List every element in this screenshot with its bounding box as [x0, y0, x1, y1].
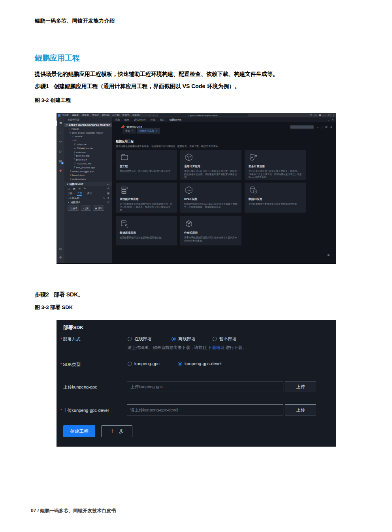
tree-item[interactable]: ›.vscode	[64, 127, 112, 131]
hamburger-menu-icon[interactable]: ≡	[330, 126, 332, 128]
devkit-tab-debug[interactable]: 调试	[87, 191, 92, 196]
feedback-icon[interactable]: ▣	[327, 253, 330, 257]
tree-item[interactable]: Cproject1.h	[64, 158, 112, 162]
explorer-icon[interactable]: ⧉	[57, 121, 64, 126]
grid-icon[interactable]: ▦	[107, 191, 109, 196]
layout-panel-icon[interactable]: ◫	[310, 113, 312, 117]
upload-gpc-devel-button[interactable]: 上传	[285, 404, 316, 415]
account-icon[interactable]: ◎	[57, 246, 64, 252]
panel-tab-terminal[interactable]: 终端	[151, 117, 155, 122]
create-project-button[interactable]: 创建工程	[63, 425, 95, 437]
panel-tab-ports[interactable]: 端口	[160, 117, 165, 122]
tree-item[interactable]: ⓘREADME.md	[64, 162, 112, 166]
project-card-compression[interactable]: 数据压缩应用 使用鲲鹏压缩算法加速提升数据压缩性能。	[116, 216, 177, 245]
run-debug-icon[interactable]: ▷	[57, 149, 64, 155]
source-control-icon[interactable]: ⌥	[57, 140, 64, 145]
devkit-panel-header[interactable]: ∨ 鲲鹏DEVKIT···	[64, 182, 112, 186]
settings-gear-icon[interactable]: ⚙	[107, 196, 109, 200]
menu-file[interactable]: 文件(F)	[62, 113, 69, 117]
more-actions-icon[interactable]: ···	[107, 182, 109, 186]
radio-kunpeng-gpc[interactable]: kunpeng-gpc	[128, 361, 160, 366]
window-icon[interactable]: ▦	[73, 186, 75, 191]
project-card-general-compute[interactable]: 通用计算应用 通用计算应用工程适用于计算场景应用开发，帮助您搭建快速加速应用，模…	[180, 150, 241, 180]
minimize-icon[interactable]: —	[324, 113, 326, 117]
menu-selection[interactable]: 选择(S)	[82, 113, 89, 117]
menu-terminal[interactable]: 终端(T)	[122, 113, 130, 117]
devkit-item-project[interactable]: › 应用工程 ↻⚙	[64, 196, 112, 200]
add-icon[interactable]: ⊕	[79, 186, 81, 191]
close-icon[interactable]: ×	[132, 128, 133, 134]
download-link[interactable]: 下载地址	[208, 345, 224, 350]
radio-kunpeng-gpc-devel[interactable]: kunpeng-gpc-devel	[178, 361, 222, 366]
close-icon[interactable]: ×	[333, 113, 334, 117]
tree-item[interactable]: {}launch.json	[64, 173, 112, 177]
command-search-box[interactable]: ⌕ gtest-cmake-example-master	[157, 114, 248, 117]
form-title: 部署SDK	[63, 324, 83, 331]
more-actions-icon[interactable]: ···	[107, 117, 109, 122]
caret-down-icon[interactable]: ⌄	[317, 126, 319, 129]
devkit-tab-migrate[interactable]: 迁移	[68, 191, 72, 196]
menu-view[interactable]: 查看(V)	[92, 113, 99, 117]
radio-no-deploy[interactable]: 暂不部署	[213, 336, 237, 342]
project-card-hpc[interactable]: 高性能计算应用 基于鲲鹏加速通信库和数学库等基础加速算法包，处理大规模并行计算任…	[116, 183, 177, 213]
kunpeng-devkit-icon[interactable]: ◆	[57, 168, 64, 174]
settings-gear-icon[interactable]: ⚙	[325, 126, 328, 129]
refresh-icon[interactable]: ↻	[103, 196, 105, 200]
project-card-distributed[interactable]: 分布式应用 基于海量数据使用场景实现节省存储成本并提供多种Demo供参考体验。	[180, 216, 241, 245]
panel-tab-problems[interactable]: 问题	[115, 117, 120, 122]
menu-edit[interactable]: 编辑(E)	[72, 113, 79, 117]
radio-label: kunpeng-gpc-devel	[185, 361, 222, 366]
compile-button[interactable]: ▢编译	[68, 206, 79, 211]
refresh-icon[interactable]: ↻	[84, 186, 86, 191]
settings-gear-icon[interactable]: ⚙	[107, 186, 109, 191]
caret-down-icon[interactable]: ⌄	[328, 117, 330, 122]
run-button[interactable]: ◔运行	[81, 206, 91, 211]
panel-tab-devkit[interactable]: 鲲鹏DevKit	[170, 117, 181, 122]
tab-home[interactable]: 首页×	[122, 128, 136, 134]
tree-item[interactable]: Cmain.cpp	[64, 150, 112, 154]
tree-item[interactable]: ⊘.gitignore	[64, 142, 112, 146]
settings-gear-icon[interactable]: ⚙	[107, 200, 109, 204]
debug-button[interactable]: ▣调试	[93, 206, 104, 211]
panel-tab-output[interactable]: 输出	[124, 117, 129, 122]
required-asterisk: *	[60, 408, 62, 413]
upload-gpc-devel-input[interactable]	[127, 404, 283, 415]
radio-offline-deploy[interactable]: 离线部署	[172, 336, 196, 342]
shield-check-icon	[249, 153, 258, 162]
sdk-form-screenshot: 部署SDK *部署方式 在线部署 离线部署 暂不部署 请上传SDK。如果当前您尚…	[57, 320, 336, 447]
upload-gpc-button[interactable]: 上传	[285, 381, 316, 392]
layout-grid-icon[interactable]: ▦	[319, 113, 321, 117]
menu-go[interactable]: 转到(G)	[102, 113, 109, 117]
tree-item[interactable]: Ctest_project1.cpp	[64, 166, 112, 170]
tree-item[interactable]: ∨GTEST-CMAKE-EXAMPLE-MASTER	[64, 123, 112, 127]
layout-bar-icon[interactable]: ▭	[314, 113, 317, 117]
search-sidebar-icon[interactable]: ⌕	[57, 130, 64, 136]
tree-item[interactable]: ›.vscode	[64, 134, 112, 138]
upload-gpc-input[interactable]	[127, 381, 283, 392]
devkit-tab-develop[interactable]: 开发	[77, 191, 82, 196]
project-card-dpak[interactable]: DPAK DPAK应用 鲲鹏DPAK提供面向openEuler场景式业务卸载开发…	[180, 183, 241, 213]
new-file-icon[interactable]: ▢	[68, 186, 70, 191]
tree-item[interactable]: ▲CMakeLists.txt	[64, 146, 112, 150]
tab-app-project[interactable]: 鲲鹏应用工程×	[137, 128, 160, 134]
close-icon[interactable]: ×	[156, 128, 157, 134]
previous-step-button[interactable]: 上一步	[101, 425, 132, 437]
tree-item[interactable]: {}settings.json	[64, 177, 112, 181]
tree-item[interactable]: {}devkitDebugger.json	[64, 170, 112, 174]
tree-item[interactable]: ›lib	[64, 138, 112, 142]
devkit-item-debug[interactable]: ∨ 鲲鹏调试 ⚙	[64, 200, 112, 204]
radio-online-deploy[interactable]: 在线部署	[128, 336, 152, 342]
project-card-data-io[interactable]: 数据IO应用 使用鲲鹏数据方案加速算法库提升存储IO类性能。	[245, 183, 306, 213]
tree-item[interactable]: ∨gtest-cmake-example-master	[64, 131, 112, 135]
close-icon[interactable]: ×	[332, 117, 334, 122]
menu-run[interactable]: 运行(R)	[112, 113, 120, 117]
maximize-icon[interactable]: ▢	[328, 113, 331, 117]
project-card-secure-compute[interactable]: 安全计算应用 安全计算应用适用于机密计算开发场景，提供CA、TA等多个安全计算工…	[245, 150, 306, 180]
settings-gear-icon[interactable]: ⚙	[57, 255, 64, 260]
project-card-empty[interactable]: 空工程 由此创建空工程，也可以对已有工程进行项目管理。	[116, 150, 177, 180]
panel-tab-debug-console[interactable]: 调试控制台	[134, 117, 146, 122]
tree-item[interactable]: Cproject1.cpp	[64, 154, 112, 158]
nav-forward-icon[interactable]: →	[153, 113, 155, 117]
menu-help[interactable]: 帮助(H)	[132, 113, 140, 117]
nav-back-icon[interactable]: ←	[149, 113, 151, 117]
